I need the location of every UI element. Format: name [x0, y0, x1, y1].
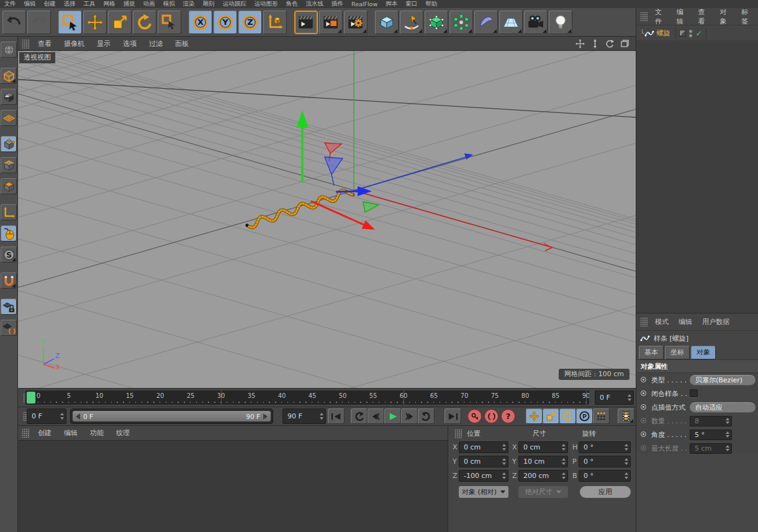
camera-button[interactable] [524, 11, 548, 34]
frame-field[interactable]: 0 F [27, 408, 66, 424]
prev-frame-button[interactable] [368, 408, 384, 424]
menubar-item-19[interactable]: 窗口 [402, 0, 422, 8]
object-manager-menu-2[interactable]: 编辑 [672, 7, 693, 26]
spinner-arrows[interactable] [625, 442, 628, 453]
play-button[interactable] [384, 408, 401, 424]
coords-position-z-field[interactable]: -100 cm [459, 470, 508, 482]
object-manager-menu-4[interactable]: 对象 [715, 7, 736, 26]
apply-button[interactable]: 应用 [580, 486, 631, 498]
pan-view-icon[interactable] [575, 39, 585, 48]
spinner-arrows[interactable] [60, 409, 64, 423]
current-frame-field[interactable]: 0 F [595, 390, 634, 405]
render-settings-button[interactable] [344, 11, 368, 34]
spinner-arrows[interactable] [502, 442, 506, 453]
goto-end-button[interactable] [444, 408, 461, 424]
menubar-item-11[interactable]: 雕刻 [199, 0, 219, 8]
end-frame-field[interactable]: 90 F [282, 408, 326, 424]
scale-button[interactable] [108, 11, 132, 34]
menubar-item-15[interactable]: 流水线 [302, 0, 328, 8]
spinner-arrows[interactable] [726, 417, 729, 426]
menubar-item-14[interactable]: 角色 [282, 0, 302, 8]
menubar-item-18[interactable]: 脚本 [382, 0, 402, 8]
coords-size-y-field[interactable]: 10 cm [518, 456, 568, 467]
keyframe-circle-icon[interactable] [641, 431, 646, 437]
timeline-ruler[interactable]: 0510152025303540455055606570758085900 F [18, 388, 636, 407]
model-mode-button[interactable] [1, 68, 17, 84]
range-end[interactable]: 90 F [246, 413, 268, 420]
panel-grip[interactable] [22, 39, 30, 48]
keyframe-circle-icon[interactable] [641, 390, 646, 396]
add-cube-button[interactable] [375, 11, 399, 34]
viewport-menu-3[interactable]: 显示 [91, 39, 117, 48]
range-track[interactable]: 0 F90 F [73, 411, 271, 422]
menubar-item-6[interactable]: 网格 [99, 0, 119, 8]
spinner-arrows[interactable] [320, 409, 323, 423]
autokeying-button[interactable] [484, 409, 499, 423]
spinner-arrows[interactable] [625, 471, 628, 481]
coords-size-z-field[interactable]: 200 cm [518, 470, 568, 482]
coords-mode-dropdown[interactable]: 对象 (相对) [459, 486, 508, 498]
tab-3[interactable]: 对象 [691, 346, 716, 359]
spinner-arrows[interactable] [562, 456, 566, 467]
timeline-window-button[interactable] [618, 408, 634, 424]
viewport-solo-button[interactable] [1, 225, 17, 241]
attribute-menu-2[interactable]: 编辑 [674, 317, 697, 327]
keyframe-circle-icon[interactable] [641, 445, 646, 451]
next-key-button[interactable] [418, 408, 435, 424]
rotate-view-icon[interactable] [605, 39, 615, 48]
deformer-button[interactable] [474, 11, 498, 34]
redo-button[interactable] [27, 11, 51, 34]
menubar-item-16[interactable]: 插件 [328, 0, 348, 8]
object-manager-menu-3[interactable]: 查看 [693, 7, 715, 26]
spinner-arrows[interactable] [726, 444, 729, 453]
menubar-item-2[interactable]: 编辑 [20, 0, 40, 8]
lock-workplane-button[interactable] [1, 299, 17, 315]
coords-rotation-b-field[interactable]: 0 ° [579, 470, 631, 482]
move-button[interactable] [83, 11, 107, 34]
texture-mode-button[interactable] [1, 89, 17, 105]
spinner-arrows[interactable] [625, 456, 628, 467]
keyframe-circle-icon[interactable] [641, 404, 646, 410]
lock-y-axis-button[interactable]: Y [214, 11, 237, 34]
attribute-spinner[interactable]: 8 [690, 416, 732, 426]
add-spline-button[interactable] [400, 11, 423, 34]
render-view-button[interactable] [294, 11, 318, 34]
subdivision-surface-button[interactable] [425, 11, 448, 34]
menubar-item-13[interactable]: 运动图形 [250, 0, 282, 8]
spinner-arrows[interactable] [562, 442, 566, 453]
rotate-button[interactable] [133, 11, 156, 34]
lock-x-axis-button[interactable]: X [189, 11, 212, 34]
attribute-menu-1[interactable]: 模式 [650, 317, 674, 327]
menubar-item-10[interactable]: 渲染 [179, 0, 199, 8]
tab-1[interactable]: 基本 [639, 346, 664, 359]
material-menu-1[interactable]: 创建 [32, 428, 58, 438]
attribute-spinner[interactable]: 5 cm [690, 443, 732, 454]
object-manager-menu-5[interactable]: 标签 [736, 7, 758, 26]
record-keyframes-button[interactable] [467, 409, 482, 423]
menubar-item-17[interactable]: RealFlow [348, 1, 382, 7]
lock-z-axis-button[interactable]: Z [238, 11, 262, 34]
playhead[interactable] [27, 392, 35, 404]
viewport-menu-2[interactable]: 摄像机 [58, 39, 91, 48]
coords-rotation-p-field[interactable]: 0 ° [579, 456, 631, 467]
menubar-item-8[interactable]: 动画 [139, 0, 159, 8]
enabled-check-icon[interactable]: ✓ [696, 29, 702, 38]
object-name[interactable]: 螺旋 [657, 29, 670, 38]
points-mode-button[interactable] [1, 136, 17, 152]
panel-grip[interactable] [454, 429, 462, 438]
coords-rotation-h-field[interactable]: 0 ° [579, 441, 631, 453]
viewport-menu-6[interactable]: 面板 [169, 39, 195, 48]
viewport-view-label[interactable]: 透视视图 [19, 52, 55, 63]
panel-grip[interactable] [640, 317, 648, 327]
frame-range-slider[interactable]: 0 F90 F [70, 408, 273, 424]
key-parameter-toggle[interactable]: P [576, 408, 593, 424]
object-manager-menu-1[interactable]: 文件 [650, 7, 672, 26]
keyframe-selection-button[interactable]: ? [501, 409, 515, 423]
menubar-item-7[interactable]: 捕捉 [119, 0, 139, 8]
menubar-item-3[interactable]: 创建 [40, 0, 60, 8]
panel-grip[interactable] [22, 428, 30, 438]
keyframe-circle-icon[interactable] [641, 418, 646, 423]
attribute-dropdown[interactable]: 自动适应 [690, 402, 756, 413]
coords-size-x-field[interactable]: 0 cm [518, 441, 568, 453]
make-editable-button[interactable] [1, 42, 17, 58]
